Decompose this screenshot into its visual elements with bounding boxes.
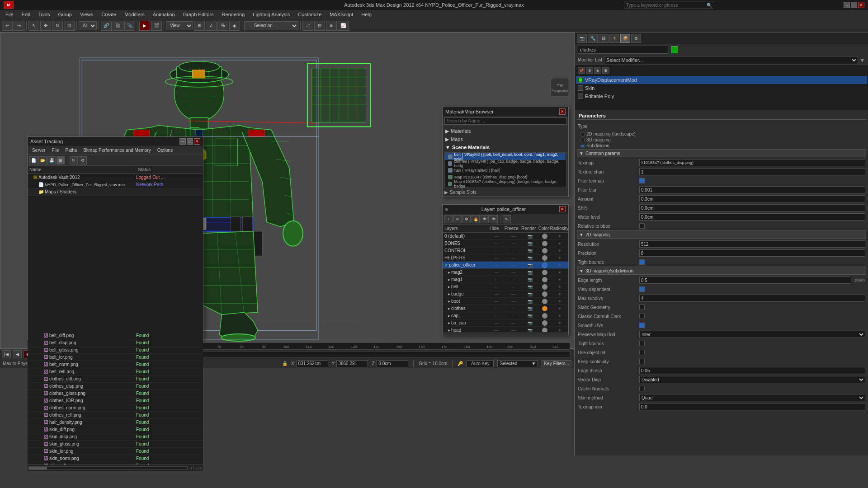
- list-item[interactable]: ✓ police_officer — — 📷 ☀: [443, 262, 568, 269]
- asset-table-body[interactable]: 🏛 Autodesk Vault 2012 Logged Out ... 📄 N…: [28, 174, 203, 332]
- lm-freeze-all[interactable]: ❄: [462, 215, 471, 223]
- asset-tracking-restore[interactable]: □: [187, 138, 193, 145]
- list-item[interactable]: 🖼 clothes_norm.png Found: [28, 404, 203, 412]
- menu-edit[interactable]: Edit: [18, 11, 34, 18]
- go-to-start[interactable]: |◀: [2, 350, 11, 358]
- menu-rendering[interactable]: Rendering: [218, 11, 249, 18]
- at-refresh[interactable]: ↻: [70, 156, 78, 164]
- at-menu-server[interactable]: Server: [29, 147, 48, 154]
- list-item[interactable]: 🖼 belt_gloss.png Found: [28, 347, 203, 354]
- param-resolution-input[interactable]: [639, 240, 865, 248]
- menu-tools[interactable]: Tools: [35, 11, 54, 18]
- at-menu-bitmap[interactable]: Bitmap Performance and Memory: [80, 147, 154, 154]
- param-tight-bounds2-checkbox[interactable]: [639, 341, 645, 346]
- layer-body[interactable]: 0 (default) — — 📷 ☀ BONES — — 📷 ☀ CONTRO…: [443, 233, 568, 332]
- mod-make-unique[interactable]: ◈: [594, 67, 601, 74]
- mat-browser-close[interactable]: ✕: [559, 108, 566, 115]
- lm-delete-layer[interactable]: ✕: [453, 215, 462, 223]
- track-view-btn[interactable]: 📈: [338, 21, 349, 31]
- at-menu-options[interactable]: Options: [155, 147, 175, 154]
- radio-subdivision[interactable]: Subdivision: [580, 143, 609, 148]
- param-skin-method-dropdown[interactable]: Quad: [639, 394, 865, 401]
- list-item[interactable]: ▸ clothes — — 📷 ☀: [443, 305, 568, 312]
- menu-lighting[interactable]: Lighting Analysis: [249, 11, 293, 18]
- mod-vray-checkbox[interactable]: [578, 77, 583, 83]
- param-keep-continuity-checkbox[interactable]: [639, 359, 645, 364]
- modifier-list-dropdown[interactable]: Select Modifier...: [604, 56, 858, 64]
- material-browser-title[interactable]: Material/Map Browser ✕: [443, 107, 568, 116]
- lm-select[interactable]: ↖: [503, 215, 511, 223]
- object-name-input[interactable]: [578, 46, 668, 54]
- at-options-btn[interactable]: ⚙: [79, 156, 87, 164]
- render-button[interactable]: ▶: [139, 21, 150, 31]
- mirror-button[interactable]: ⇌: [302, 21, 313, 31]
- list-item[interactable]: 0 (default) — — 📷 ☀: [443, 233, 568, 240]
- mat-section-materials[interactable]: ▶ Materials: [444, 127, 566, 135]
- close-button[interactable]: ✕: [858, 2, 864, 8]
- param-max-subdivs-input[interactable]: [639, 295, 865, 302]
- app-icon[interactable]: M: [4, 1, 14, 9]
- list-item[interactable]: ▸ cap_ — — 📷 ☀: [443, 312, 568, 319]
- list-item[interactable]: BONES — — 📷 ☀: [443, 240, 568, 247]
- list-item[interactable]: ▸ belt — — 📷 ☀: [443, 283, 568, 291]
- asset-tracking-title-bar[interactable]: Asset Tracking ─ □ ✕: [28, 137, 203, 146]
- rp-tools-icon[interactable]: 🔧: [588, 34, 598, 43]
- rotate-button[interactable]: ↻: [52, 21, 63, 31]
- mat-section-sample-slots[interactable]: ▶ Sample Slots: [443, 188, 568, 196]
- redo-button[interactable]: ↪: [14, 21, 24, 31]
- lm-unfreeze-all[interactable]: 🔥: [472, 215, 480, 223]
- maximize-button[interactable]: □: [851, 2, 857, 8]
- list-item[interactable]: 🖼 belt_refl.png Found: [28, 368, 203, 375]
- mod-delete[interactable]: 🗑: [602, 67, 609, 74]
- menu-modifiers[interactable]: Modifiers: [121, 11, 148, 18]
- at-menu-paths[interactable]: Paths: [63, 147, 80, 154]
- menu-create[interactable]: Create: [98, 11, 120, 18]
- object-color-swatch[interactable]: [671, 46, 678, 53]
- param-water-level-input[interactable]: [639, 213, 865, 221]
- list-item[interactable]: 🖼 clothes_gloss.png Found: [28, 390, 203, 397]
- at-menu-file[interactable]: File: [49, 147, 61, 154]
- bind-button[interactable]: 📎: [124, 21, 135, 31]
- at-new[interactable]: 📄: [29, 156, 38, 164]
- menu-group[interactable]: Group: [54, 11, 75, 18]
- at-vault-row[interactable]: 🏛 Autodesk Vault 2012 Logged Out ...: [28, 174, 203, 181]
- layer-manager-title[interactable]: ≡ Layer: police_officer ✕: [443, 205, 568, 214]
- rp-utility-icon[interactable]: ⚙: [631, 34, 641, 43]
- select-button[interactable]: ↖: [28, 21, 39, 31]
- prev-frame[interactable]: ◀: [13, 350, 22, 358]
- unlink-button[interactable]: ⛓: [113, 21, 123, 31]
- list-item[interactable]: 🖼 hair_density.png Found: [28, 419, 203, 426]
- radio-2d[interactable]: 2D mapping (landscape): [580, 131, 636, 136]
- at-toggle-view[interactable]: ⊞: [57, 156, 65, 164]
- auto-key-button[interactable]: Auto Key: [467, 360, 494, 367]
- rp-display-icon[interactable]: 📷: [577, 34, 587, 43]
- lm-hide-all[interactable]: 👁: [481, 215, 489, 223]
- asset-files-body[interactable]: 🖼 belt_diff.png Found 🖼 belt_disp.png Fo…: [28, 332, 203, 465]
- 2d-mapping-toggle[interactable]: ▼ 2D mapping: [577, 230, 866, 239]
- menu-help[interactable]: Help: [358, 11, 375, 18]
- radio-3d[interactable]: 3D mapping: [580, 137, 611, 142]
- param-precision-input[interactable]: [639, 249, 865, 257]
- menu-maxscript[interactable]: MAXScript: [326, 11, 357, 18]
- list-item[interactable]: ▸ boot — — 📷 ☀: [443, 298, 568, 305]
- percent-snap[interactable]: %: [217, 21, 228, 31]
- lm-unhide-all[interactable]: 👁: [490, 215, 498, 223]
- param-filter-texmap-checkbox[interactable]: [639, 178, 645, 183]
- 3d-mapping-toggle[interactable]: ▼ 3D mapping/subdivision: [577, 267, 866, 275]
- at-save[interactable]: 💾: [47, 156, 56, 164]
- mod-skin-checkbox[interactable]: [578, 85, 583, 91]
- spinner-snap[interactable]: ◈: [229, 21, 240, 31]
- key-filters-button[interactable]: Key Filters...: [542, 360, 571, 367]
- selection-type-dropdown[interactable]: All: [79, 21, 97, 30]
- list-item[interactable]: 🖼 skin_disp.png Found: [28, 433, 203, 441]
- param-vector-disp-dropdown[interactable]: Disabled: [639, 376, 865, 383]
- at-scroll-thumb[interactable]: [29, 467, 47, 469]
- list-item[interactable]: 🖼 skin_ior.png Found: [28, 448, 203, 455]
- layer-manager-close[interactable]: ✕: [559, 206, 566, 212]
- list-item[interactable]: ▸ mag1 — — 📷 ☀: [443, 276, 568, 283]
- param-edge-thresh-input[interactable]: [639, 367, 865, 374]
- rp-modifier-icon[interactable]: 📦: [620, 34, 630, 43]
- angle-snap[interactable]: ∠: [206, 21, 217, 31]
- list-item[interactable]: HELPERS — — 📷 ☀: [443, 254, 568, 262]
- asset-tracking-scrollbar[interactable]: 0 / 225: [28, 465, 203, 471]
